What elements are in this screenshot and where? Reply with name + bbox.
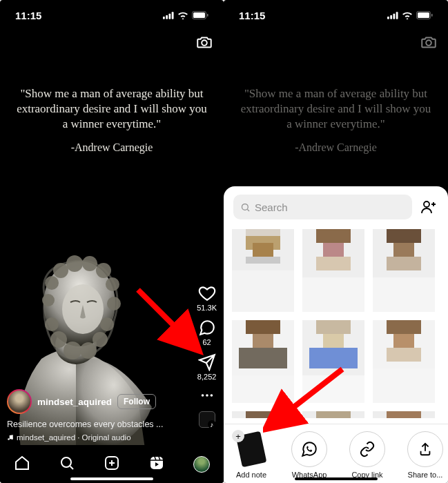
svg-rect-72 [393,334,414,348]
plus-icon: + [232,430,244,442]
audio-thumbnail[interactable] [199,411,215,428]
svg-line-82 [273,369,342,423]
svg-rect-58 [387,257,421,270]
svg-rect-49 [232,270,294,312]
status-icons [163,11,208,19]
search-placeholder: Search [255,201,288,213]
status-bar: 11:15 [224,0,448,30]
svg-rect-3 [172,12,174,19]
svg-point-41 [426,40,431,46]
svg-rect-40 [431,14,433,17]
left-screenshot: 11:15 "Show me a man of average ability … [0,0,224,483]
svg-point-7 [202,40,207,46]
signal-icon [163,12,174,19]
svg-rect-53 [316,257,351,270]
svg-point-22 [45,317,59,331]
svg-rect-5 [193,12,205,18]
quote-block: "Show me a man of average ability but ex… [0,86,224,154]
home-indicator [295,477,378,480]
nav-search[interactable] [59,455,75,474]
quote-author: -Andrew Carnegie [237,141,434,154]
author-username[interactable]: mindset_aquired [37,397,112,407]
svg-rect-47 [253,243,273,257]
svg-rect-74 [373,368,435,403]
share-share-to[interactable]: Share to... [398,431,448,479]
post-caption[interactable]: Resilience overcomes every obstacles ... [7,420,182,429]
contact-item[interactable] [373,229,435,312]
svg-rect-51 [316,229,351,243]
sheet-header: Search [224,186,448,225]
svg-rect-81 [387,411,421,418]
svg-rect-45 [246,229,280,236]
svg-rect-56 [387,229,421,243]
contact-item[interactable] [373,411,435,418]
svg-point-12 [66,255,83,272]
status-icons [387,11,433,19]
svg-point-43 [424,201,429,207]
svg-point-28 [8,438,10,440]
link-icon [359,441,376,457]
share-icon [418,442,433,457]
svg-rect-73 [387,348,421,362]
svg-point-11 [53,263,68,278]
audio-label: mindset_aquired · Original audio [17,433,131,442]
nav-create[interactable] [104,455,120,474]
svg-rect-34 [387,16,389,19]
svg-point-17 [107,297,121,310]
camera-button[interactable] [420,33,438,54]
contact-item[interactable] [302,229,364,312]
share-count: 8,252 [197,373,217,381]
music-note-icon [7,434,14,441]
share-copy-link[interactable]: Copy link [340,431,395,479]
nav-home[interactable] [14,455,30,474]
svg-rect-36 [393,13,395,19]
follow-button[interactable]: Follow [117,394,156,409]
svg-point-26 [206,394,208,397]
author-avatar[interactable] [7,389,32,414]
svg-rect-54 [302,277,364,312]
svg-point-25 [201,394,204,397]
share-add-note[interactable]: + Add note [224,431,279,479]
svg-rect-6 [207,14,208,17]
svg-rect-48 [246,257,280,264]
status-time: 11:15 [239,10,265,21]
svg-rect-37 [396,12,398,19]
svg-rect-1 [166,15,168,19]
nav-profile[interactable] [193,456,210,473]
post-info: mindset_aquired Follow Resilience overco… [7,389,182,442]
search-input[interactable]: Search [233,195,412,219]
signal-icon [387,12,398,19]
svg-rect-57 [393,243,414,257]
svg-point-27 [210,394,213,397]
contact-item[interactable] [373,320,435,403]
annotation-arrow [263,362,353,438]
svg-point-42 [242,204,249,210]
search-icon [240,202,251,213]
contact-item[interactable] [232,229,294,312]
audio-row[interactable]: mindset_aquired · Original audio [7,433,182,442]
more-button[interactable] [199,388,215,403]
svg-point-30 [61,457,71,467]
svg-rect-32 [150,457,163,469]
svg-point-13 [82,256,97,271]
quote-block: "Show me a man of average ability but ex… [224,86,448,154]
svg-point-18 [50,331,67,348]
status-bar: 11:15 [0,0,224,30]
svg-point-19 [64,342,81,359]
share-whatsapp[interactable]: WhatsApp [282,431,337,479]
svg-rect-66 [316,320,351,334]
svg-point-20 [80,342,97,359]
right-screenshot: 11:15 "Show me a man of average ability … [224,0,448,483]
whatsapp-icon [300,440,318,458]
status-time: 11:15 [15,10,41,21]
svg-point-14 [96,263,111,278]
svg-rect-61 [246,320,280,334]
home-indicator [70,477,153,480]
camera-button[interactable] [195,33,213,54]
wifi-icon [402,12,413,19]
nav-reels[interactable] [148,455,165,474]
svg-rect-52 [323,243,344,257]
svg-rect-71 [387,320,421,334]
add-people-button[interactable] [419,197,438,217]
svg-point-23 [100,317,114,331]
